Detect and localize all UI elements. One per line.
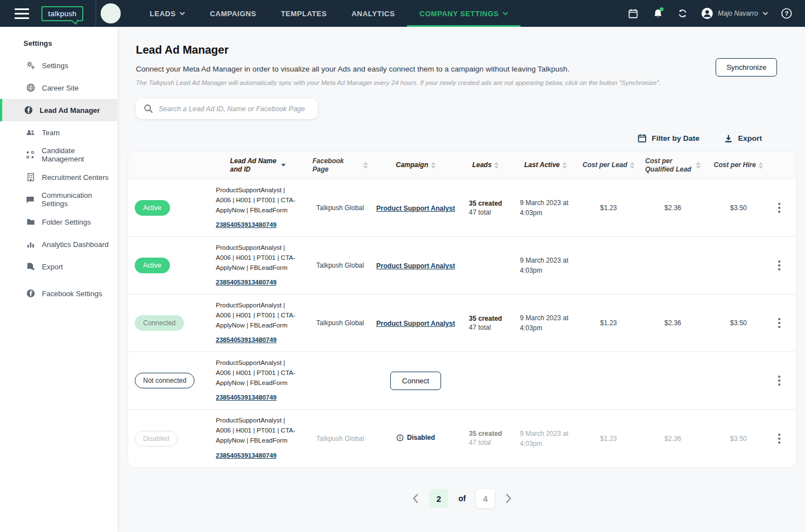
sidebar-item-export[interactable]: Export: [0, 255, 117, 278]
main-navigation: LEADS CAMPAIGNS TEMPLATES ANALYTICS COMP…: [138, 0, 520, 27]
leads-total: 47 total: [469, 324, 502, 331]
cost-per-qualified-lead: $2.36: [638, 319, 708, 327]
table-row: Not connected ProductSupportAnalyst | A0…: [128, 352, 796, 410]
nav-leads[interactable]: LEADS: [138, 0, 198, 27]
column-facebook-page[interactable]: Facebook Page: [308, 157, 372, 174]
calendar-icon[interactable]: [627, 7, 640, 20]
last-active: 9 March 2023 at 4:03pm: [520, 313, 571, 333]
info-icon: [396, 434, 404, 441]
column-campaign[interactable]: Campaign: [372, 161, 459, 169]
row-menu-kebab-icon[interactable]: [776, 201, 783, 215]
current-page-box[interactable]: 2: [429, 489, 448, 508]
brand-text: talkpush: [48, 10, 77, 18]
cost-per-hire: $3.50: [708, 204, 769, 212]
status-badge: Active: [135, 258, 170, 273]
row-menu-kebab-icon[interactable]: [776, 373, 783, 388]
search-icon: [144, 104, 153, 113]
chevron-down-icon: [763, 11, 768, 16]
sidebar-item-team[interactable]: Team: [0, 121, 117, 144]
nav-campaigns[interactable]: CAMPAIGNS: [197, 0, 268, 27]
lead-ad-id-link[interactable]: 23854053913480749: [216, 278, 277, 288]
page-description: Connect your Meta Ad Manager in order to…: [136, 65, 661, 73]
status-badge: Connected: [135, 315, 184, 331]
notifications-bell-icon[interactable]: [652, 7, 664, 20]
search-bar[interactable]: [136, 98, 318, 119]
facebook-page: Talkpush Global: [308, 262, 372, 269]
sync-icon[interactable]: [676, 7, 689, 20]
previous-page-chevron-icon[interactable]: [411, 493, 419, 504]
page-note: The Talkpush Lead Ad Manager will automa…: [136, 79, 661, 86]
row-menu-kebab-icon[interactable]: [776, 258, 783, 273]
cost-per-lead: $1.23: [579, 435, 638, 443]
sort-icon: [759, 162, 763, 169]
search-input[interactable]: [159, 105, 310, 113]
leads-created: 35 created: [469, 315, 502, 322]
lead-ad-id-link[interactable]: 23854053913480749: [216, 220, 277, 230]
org-chart-icon: [26, 150, 35, 159]
sidebar-item-settings[interactable]: Settings: [0, 54, 117, 77]
leads-created: 35 created: [469, 200, 502, 207]
campaign-link[interactable]: Product Support Analyst: [376, 320, 455, 327]
sidebar-item-communication-settings[interactable]: Communication Settings: [0, 188, 117, 211]
main-content: Lead Ad Manager Connect your Meta Ad Man…: [117, 0, 805, 508]
row-menu-kebab-icon[interactable]: [776, 431, 783, 446]
column-cost-per-hire[interactable]: Cost per Hire: [708, 161, 769, 169]
leads-created: 35 created: [469, 430, 502, 438]
lead-ad-name: ProductSupportAnalyst | A006 | H001 | PT…: [216, 417, 295, 444]
export-button[interactable]: Export: [724, 134, 762, 143]
lead-ad-name: ProductSupportAnalyst | A006 | H001 | PT…: [216, 302, 295, 329]
connect-button[interactable]: Connect: [390, 372, 441, 390]
status-badge: Active: [135, 200, 170, 216]
facebook-page: Talkpush Global: [308, 204, 372, 212]
sidebar-item-candidate-management[interactable]: Candidate Management: [0, 144, 117, 166]
cost-per-hire: $3.50: [708, 319, 769, 327]
column-cost-per-qualified-lead[interactable]: Cost per Qualified Lead: [638, 157, 708, 174]
nav-company-settings[interactable]: COMPANY SETTINGS: [407, 0, 520, 27]
last-active: 9 March 2023 at 4:03pm: [520, 198, 571, 218]
status-badge: Not connected: [135, 373, 195, 388]
sidebar-item-analytics-dashboard[interactable]: Analytics Dashboard: [0, 233, 117, 255]
sidebar-item-recruitment-centers[interactable]: Recruitment Centers: [0, 166, 117, 188]
sidebar-item-folder-settings[interactable]: Folder Settings: [0, 211, 117, 233]
hamburger-menu-icon[interactable]: [15, 8, 29, 19]
column-cost-per-lead[interactable]: Cost per Lead: [579, 161, 638, 169]
folder-icon: [26, 218, 35, 226]
column-leads[interactable]: Leads: [459, 161, 512, 169]
globe-icon: [26, 83, 35, 92]
topnav-actions: Majo Navarro ?: [627, 7, 805, 20]
svg-text:?: ?: [785, 10, 789, 17]
nav-analytics[interactable]: ANALYTICS: [339, 0, 408, 27]
lead-ad-name: ProductSupportAnalyst | A006 | H001 | PT…: [216, 359, 295, 386]
sidebar-item-career-site[interactable]: Career Site: [0, 77, 117, 99]
sidebar-item-facebook-settings[interactable]: Facebook Settings: [0, 282, 117, 305]
sidebar-title: Settings: [0, 35, 117, 54]
page-header-text: Lead Ad Manager Connect your Meta Ad Man…: [136, 44, 661, 86]
page-title: Lead Ad Manager: [136, 44, 661, 56]
table-row: Disabled ProductSupportAnalyst | A006 | …: [128, 410, 796, 467]
column-lead-ad-name[interactable]: Lead Ad Name and ID: [207, 157, 308, 174]
sidebar-item-lead-ad-manager[interactable]: Lead Ad Manager: [0, 99, 117, 121]
synchronize-button[interactable]: Synchronize: [716, 58, 777, 77]
last-active: 9 March 2023 at 4:03pm: [520, 429, 571, 449]
nav-templates[interactable]: TEMPLATES: [268, 0, 339, 27]
user-menu[interactable]: Majo Navarro: [701, 7, 768, 20]
row-menu-kebab-icon[interactable]: [776, 316, 783, 330]
campaign-link[interactable]: Product Support Analyst: [376, 262, 455, 270]
next-page-chevron-icon[interactable]: [505, 493, 513, 504]
cost-per-lead: $1.23: [579, 319, 638, 327]
lead-ad-id-link[interactable]: 23854053913480749: [216, 451, 277, 461]
talkpush-logo[interactable]: talkpush: [41, 6, 83, 21]
leads-total: 47 total: [469, 208, 502, 216]
lead-ad-id-link[interactable]: 23854053913480749: [216, 393, 277, 403]
chevron-down-icon: [503, 11, 508, 16]
lead-ad-id-link[interactable]: 23854053913480749: [216, 335, 277, 345]
campaign-link[interactable]: Product Support Analyst: [376, 205, 455, 212]
help-icon[interactable]: ?: [780, 7, 793, 20]
people-icon: [26, 128, 35, 137]
filter-by-date-button[interactable]: Filter by Date: [637, 134, 700, 143]
company-avatar[interactable]: [101, 3, 121, 23]
leads-total: 47 total: [469, 439, 502, 446]
sort-icon: [494, 162, 499, 169]
notification-dot: [660, 7, 664, 11]
column-last-active[interactable]: Last Active: [512, 161, 579, 169]
